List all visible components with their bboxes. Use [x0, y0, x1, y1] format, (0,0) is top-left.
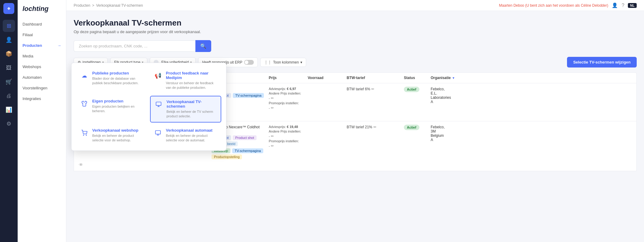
svg-rect-1: [156, 102, 161, 105]
svg-point-5: [86, 135, 87, 135]
dropdown-item-automaat[interactable]: Verkoopkanaal automaat Bekijk en beheer …: [150, 125, 221, 146]
feedback-icon: 📢: [153, 71, 163, 81]
col-voorraad: Voorraad: [308, 76, 344, 80]
language-badge[interactable]: NL: [628, 3, 637, 8]
edit-promo-icon[interactable]: ✏: [271, 106, 274, 110]
sidebar-webshop-icon[interactable]: 🛒: [3, 76, 15, 88]
sidebar-products-icon[interactable]: 📦: [3, 48, 15, 60]
row-eye-icon-2[interactable]: 👁: [79, 162, 164, 167]
search-button[interactable]: 🔍: [195, 40, 211, 52]
user-avatar-icon[interactable]: 👤: [612, 2, 618, 8]
org-cell-2: Febelco, 3M Belgium A: [431, 125, 440, 142]
search-icon: 🔍: [200, 43, 206, 49]
app-logo[interactable]: [3, 3, 14, 14]
page-subtitle: Op deze pagina bepaalt u de aangepaste p…: [74, 29, 637, 34]
dropdown-item-tv-desc: Bekijk en beheer de TV scherm product se…: [166, 109, 218, 119]
dropdown-item-feedback[interactable]: 📢 Product feedback naar Medipim Verstuur…: [150, 68, 221, 93]
sidebar-home-icon[interactable]: ⊞: [3, 20, 15, 32]
dropdown-item-webshop-desc: Bekijk en beheer de product selectie voo…: [92, 133, 145, 143]
dropdown-item-eigen[interactable]: Eigen producten Eigen producten bekijken…: [76, 96, 148, 123]
col-status: Status: [404, 76, 428, 80]
cloud-icon: ☁: [79, 71, 89, 81]
sidebar: ⊞ 👤 📦 🖼 🛒 🖨 📊 ⚙: [0, 0, 18, 242]
tag-tv-schermpagina: TV-schermpagina: [233, 93, 264, 98]
tag-tv-2: TV-schermpagina: [232, 148, 263, 153]
breadcrumb-current: Verkoopkanaal TV-schermen: [96, 3, 143, 8]
dropdown-item-tv[interactable]: Verkoopkanaal TV-schermen Bekijk en behe…: [150, 96, 221, 123]
svg-point-4: [83, 135, 84, 135]
nav-item-voorstellingen[interactable]: Voorstellingen: [18, 83, 66, 93]
help-icon[interactable]: ?: [621, 3, 624, 8]
sidebar-media-icon[interactable]: 🖼: [3, 62, 15, 74]
breadcrumb: Producten > Verkoopkanaal TV-schermen: [74, 3, 143, 8]
nav-item-dashboard[interactable]: Dashboard: [18, 19, 66, 29]
price-cell: Adviesprijs: € 6,97 Andere Prijs instell…: [269, 87, 305, 110]
nav-item-webshops[interactable]: Webshops: [18, 61, 66, 72]
dropdown-item-eigen-title: Eigen producten: [92, 99, 145, 103]
dropdown-item-publiek[interactable]: ☁ Publieke producten Blader door de data…: [76, 68, 148, 93]
dropdown-item-automaat-title: Verkoopkanaal automaat: [166, 128, 218, 133]
sidebar-automaat-icon[interactable]: 🖨: [3, 90, 15, 102]
btw-cell: BTW tarief 6% ✏: [347, 87, 401, 91]
user-link[interactable]: Maarten Deboo (U bent zich aan het voord…: [499, 3, 608, 8]
nav-arrow-icon: →: [57, 43, 61, 48]
dropdown-item-webshop[interactable]: Verkoopkanaal webshop Bekijk en beheer d…: [76, 125, 148, 146]
breadcrumb-parent[interactable]: Producten: [74, 3, 90, 8]
columns-button[interactable]: ⋮⋮ Toon kolommen ▾: [260, 58, 306, 67]
automaat-icon: [153, 128, 163, 138]
topbar: Producten > Verkoopkanaal TV-schermen Ma…: [66, 0, 644, 11]
status-cell-2: Actief: [404, 125, 428, 130]
dropdown-item-eigen-desc: Eigen producten bekijken en beheren.: [92, 104, 145, 114]
sidebar-stats-icon[interactable]: 📊: [3, 104, 15, 116]
dropdown-item-publiek-desc: Blader door de database van publiek besc…: [92, 76, 145, 86]
col-btw: BTW-tarief: [347, 76, 401, 80]
nav-item-producten[interactable]: Producten →: [18, 40, 66, 51]
tag-product-shot: Product shot: [233, 135, 257, 140]
status-cell: Actief: [404, 87, 428, 92]
col-organisatie: Organisatie ▼: [431, 76, 440, 80]
btw-edit-icon[interactable]: ✏: [371, 87, 374, 91]
nav-panel: lochting Dashboard Filiaal Producten → M…: [18, 0, 66, 242]
col-prijs: Prijs: [269, 76, 305, 80]
breadcrumb-separator: >: [92, 3, 94, 8]
search-input[interactable]: [74, 40, 195, 52]
select-action-button[interactable]: Selectie TV-schermen wijzigen: [567, 57, 637, 67]
status-badge-2: Actief: [404, 125, 419, 130]
price-cell-2: Adviesprijs: € 19,48 Andere Prijs instel…: [269, 125, 305, 148]
btw-edit-icon-2[interactable]: ✏: [373, 125, 376, 129]
caret-icon-4: ▾: [300, 60, 302, 64]
edit-promo-icon-2[interactable]: ✏: [271, 144, 274, 148]
dropdown-item-feedback-desc: Verstuur en beheer de feedback van de pu…: [166, 81, 218, 90]
dropdown-item-webshop-title: Verkoopkanaal webshop: [92, 128, 145, 133]
tag-productopstelling: Productopstelling: [212, 154, 242, 159]
edit-price-icon-2[interactable]: ✏: [271, 134, 274, 138]
nav-item-filiaal[interactable]: Filiaal: [18, 29, 66, 40]
dropdown-item-tv-title: Verkoopkanaal TV-schermen: [166, 99, 218, 109]
promo-toggle-switch[interactable]: [244, 60, 254, 65]
nav-item-integraties[interactable]: Integraties: [18, 93, 66, 104]
btw-cell-2: BTW tarief 21% ✏: [347, 125, 401, 129]
nav-item-media[interactable]: Media: [18, 51, 66, 61]
dropdown-item-publiek-title: Publieke producten: [92, 71, 145, 75]
page-title: Verkoopkanaal TV-schermen: [74, 18, 637, 28]
topbar-right: Maarten Deboo (U bent zich aan het voord…: [499, 2, 637, 8]
org-filter-icon[interactable]: ▼: [452, 76, 455, 80]
webshop-icon: [79, 128, 89, 138]
page-content: Verkoopkanaal TV-schermen Op deze pagina…: [66, 11, 644, 242]
columns-icon: ⋮⋮: [264, 60, 271, 64]
dropdown-item-feedback-title: Product feedback naar Medipim: [166, 71, 218, 80]
products-dropdown-menu: ☁ Publieke producten Blader door de data…: [71, 63, 226, 151]
dropdown-item-automaat-desc: Bekijk en beheer de product selectie voo…: [166, 133, 218, 143]
brand-logo: lochting: [18, 5, 66, 19]
nav-item-automaten[interactable]: Automaten: [18, 72, 66, 83]
edit-price-icon[interactable]: ✏: [271, 96, 274, 100]
sidebar-settings-icon[interactable]: ⚙: [3, 118, 15, 130]
tshirt-icon: [79, 99, 89, 109]
svg-rect-6: [156, 130, 161, 134]
search-bar: 🔍: [74, 40, 637, 52]
status-badge: Actief: [404, 87, 419, 92]
main-content: Producten > Verkoopkanaal TV-schermen Ma…: [66, 0, 644, 242]
sidebar-user-icon[interactable]: 👤: [3, 34, 15, 46]
org-cell: Febelco, E.L. Laboratories A: [431, 87, 440, 104]
tv-icon: [154, 99, 163, 109]
